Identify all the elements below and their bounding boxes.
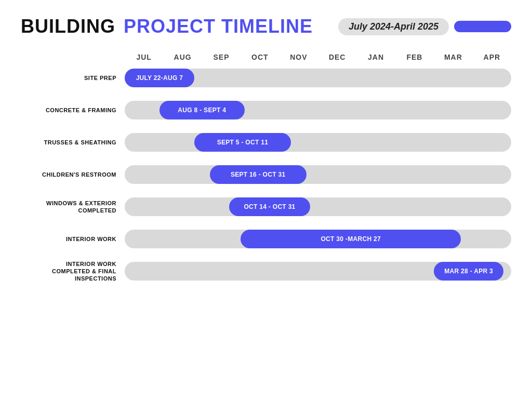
- task-row-final: INTERIOR WORKCOMPLETED & FINALINSPECTION…: [21, 260, 511, 283]
- title-building: BUILDING: [21, 16, 115, 37]
- bar-fill: SEPT 16 - OCT 31: [210, 165, 307, 184]
- task-bar-site-prep: JULY 22-AUG 7: [125, 69, 511, 87]
- bar-fill: SEPT 5 - OCT 11: [194, 133, 291, 152]
- task-row-restroom: CHILDREN'S RESTROOM SEPT 16 - OCT 31: [21, 163, 511, 186]
- month-oct: OCT: [241, 53, 279, 61]
- task-bar-concrete: AUG 8 - SEPT 4: [125, 101, 511, 119]
- bar-label: OCT 14 - OCT 31: [244, 203, 295, 210]
- month-mar: MAR: [434, 53, 472, 61]
- month-nov: NOV: [280, 53, 318, 61]
- task-label-final: INTERIOR WORKCOMPLETED & FINALINSPECTION…: [21, 260, 125, 283]
- month-jan: JAN: [356, 53, 395, 61]
- bar-fill: AUG 8 - SEPT 4: [159, 101, 245, 119]
- bar-fill: JULY 22-AUG 7: [125, 69, 194, 87]
- bar-label: AUG 8 - SEPT 4: [178, 107, 226, 114]
- task-label-windows: WINDOWS & EXTERIORCOMPLETED: [21, 200, 125, 215]
- task-label-interior: INTERIOR WORK: [21, 235, 125, 243]
- task-label-restroom: CHILDREN'S RESTROOM: [21, 171, 125, 178]
- bar-label: JULY 22-AUG 7: [136, 74, 183, 82]
- month-aug: AUG: [163, 53, 202, 61]
- bar-track: [125, 133, 511, 152]
- bar-fill: OCT 14 - OCT 31: [229, 197, 310, 216]
- bar-track: [125, 197, 511, 216]
- month-feb: FEB: [395, 53, 434, 61]
- bar-label: SEPT 5 - OCT 11: [217, 139, 269, 146]
- page: BUILDING PROJECT TIMELINE July 2024-Apri…: [0, 0, 532, 399]
- task-bar-final: MAR 28 - APR 3: [125, 262, 511, 281]
- header: BUILDING PROJECT TIMELINE July 2024-Apri…: [21, 16, 511, 37]
- bar-label: MAR 28 - APR 3: [444, 268, 493, 275]
- date-range-text: July 2024-April 2025: [338, 18, 449, 35]
- task-row-site-prep: SITE PREP JULY 22-AUG 7: [21, 66, 511, 89]
- task-row-windows: WINDOWS & EXTERIORCOMPLETED OCT 14 - OCT…: [21, 195, 511, 218]
- month-apr: APR: [473, 53, 511, 61]
- bar-fill: OCT 30 -MARCH 27: [241, 230, 461, 248]
- month-dec: DEC: [318, 53, 356, 61]
- bar-label: OCT 30 -MARCH 27: [321, 235, 380, 243]
- task-label-concrete: CONCRETE & FRAMING: [21, 107, 125, 114]
- timeline-container: JUL AUG SEP OCT NOV DEC JAN FEB MAR APR …: [21, 53, 511, 283]
- task-bar-trusses: SEPT 5 - OCT 11: [125, 133, 511, 152]
- task-bar-windows: OCT 14 - OCT 31: [125, 197, 511, 216]
- month-jul: JUL: [125, 53, 163, 61]
- header-date-range: July 2024-April 2025: [338, 18, 511, 35]
- bar-label: SEPT 16 - OCT 31: [231, 171, 286, 178]
- header-bar-decoration: [454, 21, 511, 32]
- task-bar-interior: OCT 30 -MARCH 27: [125, 230, 511, 248]
- bar-fill: MAR 28 - APR 3: [434, 262, 503, 281]
- task-row-interior: INTERIOR WORK OCT 30 -MARCH 27: [21, 228, 511, 250]
- bar-track: [125, 165, 511, 184]
- task-label-trusses: TRUSSES & SHEATHING: [21, 139, 125, 146]
- title-project: PROJECT TIMELINE: [124, 16, 313, 37]
- task-row-concrete: CONCRETE & FRAMING AUG 8 - SEPT 4: [21, 99, 511, 122]
- month-sep: SEP: [202, 53, 241, 61]
- task-label-site-prep: SITE PREP: [21, 74, 125, 82]
- task-bar-restroom: SEPT 16 - OCT 31: [125, 165, 511, 184]
- months-row: JUL AUG SEP OCT NOV DEC JAN FEB MAR APR: [21, 53, 511, 61]
- task-row-trusses: TRUSSES & SHEATHING SEPT 5 - OCT 11: [21, 131, 511, 154]
